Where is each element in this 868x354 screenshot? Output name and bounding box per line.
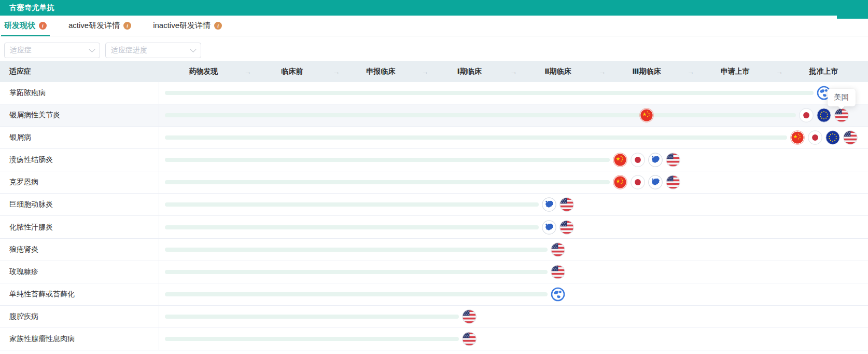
japan-flag-icon[interactable] — [631, 153, 645, 167]
table-row[interactable]: 银屑病 — [0, 127, 868, 149]
titlebar: 古塞奇尤单抗 — [0, 0, 868, 16]
indication-label: 克罗恩病 — [0, 171, 159, 193]
usa-flag-icon[interactable] — [462, 309, 477, 324]
indication-label: 银屑病性关节炎 — [0, 104, 159, 126]
info-icon[interactable]: i — [123, 22, 131, 30]
eu-flag-icon[interactable] — [825, 130, 840, 145]
pipeline-rows: 掌跖脓疱病 银屑病性关节炎 银屑病 溃疡性结肠炎 克罗恩病 巨细胞动脉炎 化脓性… — [0, 82, 868, 350]
progress-bar — [165, 202, 539, 207]
tab-1[interactable]: active研发详情 i — [68, 16, 131, 36]
table-row[interactable]: 狼疮肾炎 — [0, 239, 868, 261]
usa-flag-icon[interactable] — [462, 332, 477, 346]
usa-flag-icon[interactable] — [551, 265, 565, 279]
country-tooltip: 美国 — [828, 89, 856, 106]
table-header: 适应症 药物发现→临床前→申报临床→Ⅰ期临床→Ⅱ期临床→Ⅲ期临床→申请上市→批准… — [0, 61, 868, 82]
progress-bar — [165, 180, 610, 184]
marker-group — [799, 108, 849, 122]
table-row[interactable]: 玫瑰糠疹 — [0, 261, 868, 283]
progress-bar — [165, 158, 610, 162]
marker-group — [542, 197, 574, 212]
phase-header-label: Ⅰ期临床 — [457, 67, 481, 76]
usa-flag-icon[interactable] — [551, 242, 565, 257]
page-title: 古塞奇尤单抗 — [9, 3, 54, 12]
usa-flag-icon[interactable] — [666, 153, 680, 167]
row-timeline — [159, 104, 868, 126]
progress-bar — [165, 270, 548, 274]
progress-bar — [165, 113, 796, 117]
tab-label: 研发现状 — [4, 21, 35, 31]
china-flag-icon[interactable] — [613, 175, 627, 189]
table-row[interactable]: 化脓性汗腺炎 — [0, 216, 868, 238]
row-timeline — [159, 261, 868, 283]
indication-label: 狼疮肾炎 — [0, 239, 159, 261]
tab-label: active研发详情 — [68, 21, 120, 31]
indication-label: 银屑病 — [0, 127, 159, 148]
corner-accent — [837, 16, 868, 19]
indication-label: 单纯性苔藓或苔藓化 — [0, 283, 159, 305]
japan-flag-icon[interactable] — [799, 108, 814, 122]
europe-map-icon[interactable] — [542, 220, 556, 235]
indication-column-header: 适应症 — [0, 67, 159, 76]
indication-label: 腹腔疾病 — [0, 306, 159, 328]
usa-flag-icon[interactable] — [843, 130, 858, 145]
progress-bar — [165, 225, 539, 229]
table-row[interactable]: 家族性腺瘤性息肉病 — [0, 328, 868, 350]
active-tab-underline — [1, 35, 50, 36]
table-row[interactable]: 克罗恩病 — [0, 171, 868, 194]
indication-select[interactable]: 适应症 — [4, 43, 100, 58]
phase-header-label: Ⅱ期临床 — [544, 67, 571, 76]
phase-header-0: 药物发现→ — [159, 61, 248, 82]
table-row[interactable]: 单纯性苔藓或苔藓化 — [0, 283, 868, 306]
marker-group — [790, 130, 858, 145]
row-timeline — [159, 306, 868, 328]
tab-2[interactable]: inactive研发详情 i — [153, 16, 222, 36]
phase-header-label: 申报临床 — [366, 67, 395, 76]
table-row[interactable]: 掌跖脓疱病 — [0, 82, 868, 104]
usa-flag-icon[interactable] — [559, 197, 574, 212]
marker-group — [462, 309, 477, 324]
row-timeline — [159, 171, 868, 193]
japan-flag-icon[interactable] — [631, 175, 645, 189]
marker-group — [613, 153, 680, 167]
phase-header-3: Ⅰ期临床→ — [425, 61, 514, 82]
phase-header-label: 临床前 — [281, 67, 303, 76]
table-row[interactable]: 银屑病性关节炎 — [0, 104, 868, 127]
marker-group — [613, 175, 680, 189]
info-icon[interactable]: i — [214, 22, 222, 30]
info-icon[interactable]: i — [39, 22, 47, 30]
indication-select-placeholder: 适应症 — [10, 46, 32, 55]
table-row[interactable]: 溃疡性结肠炎 — [0, 149, 868, 171]
tab-label: inactive研发详情 — [153, 21, 211, 31]
china-flag-icon[interactable] — [639, 108, 654, 122]
phase-header-1: 临床前→ — [248, 61, 337, 82]
progress-bar — [165, 337, 459, 341]
indication-label: 家族性腺瘤性息肉病 — [0, 328, 159, 350]
table-row[interactable]: 巨细胞动脉炎 — [0, 194, 868, 216]
phase-header-label: Ⅲ期临床 — [632, 67, 661, 76]
indication-progress-select[interactable]: 适应症进度 — [105, 43, 201, 58]
usa-flag-icon[interactable] — [834, 108, 849, 122]
marker-group — [462, 332, 477, 346]
japan-flag-icon[interactable] — [808, 130, 822, 145]
marker-group — [551, 287, 565, 302]
row-timeline — [159, 283, 868, 305]
table-row[interactable]: 腹腔疾病 — [0, 306, 868, 328]
indication-label: 化脓性汗腺炎 — [0, 216, 159, 238]
progress-bar — [165, 248, 548, 252]
europe-map-icon[interactable] — [542, 197, 556, 212]
phase-header-label: 申请上市 — [721, 67, 750, 76]
eu-flag-icon[interactable] — [817, 108, 831, 122]
china-flag-icon[interactable] — [790, 130, 805, 145]
usa-flag-icon[interactable] — [666, 175, 680, 189]
marker-group — [551, 265, 565, 279]
europe-map-icon[interactable] — [648, 153, 663, 167]
progress-bar — [165, 91, 814, 95]
usa-flag-icon[interactable] — [559, 220, 574, 235]
marker-group — [639, 108, 654, 122]
globe-icon[interactable] — [551, 287, 565, 302]
europe-map-icon[interactable] — [648, 175, 663, 189]
row-timeline — [159, 194, 868, 215]
phase-header-label: 批准上市 — [809, 67, 838, 76]
tab-0[interactable]: 研发现状 i — [4, 16, 47, 36]
china-flag-icon[interactable] — [613, 153, 627, 167]
